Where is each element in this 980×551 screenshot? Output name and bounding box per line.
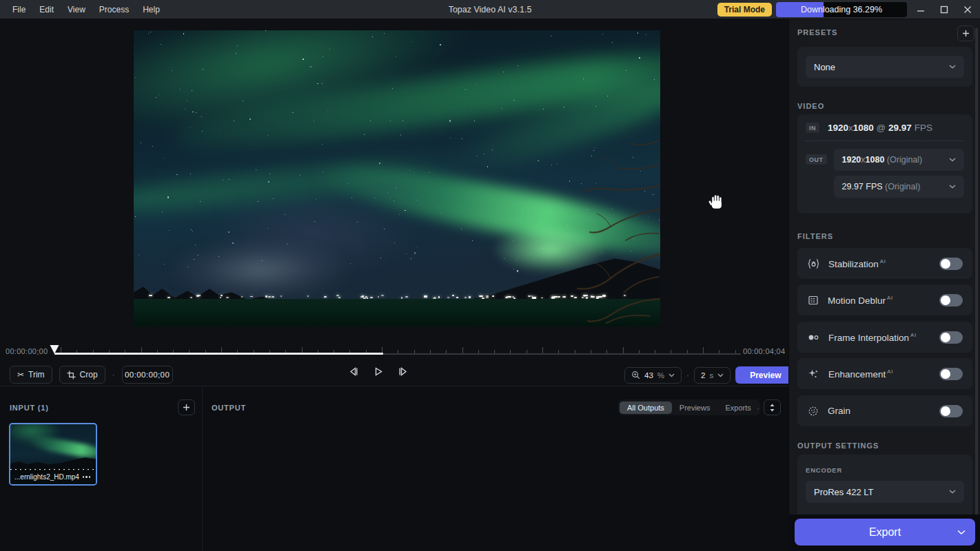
trim-label: Trim: [28, 370, 45, 380]
filter-frame-interpolation: Frame InterpolationAI: [797, 322, 972, 353]
divider: [806, 141, 964, 141]
separator-dot: ·: [686, 371, 689, 380]
encoder-label: ENCODER: [806, 466, 842, 474]
menu-view[interactable]: View: [61, 0, 92, 19]
add-preset-button[interactable]: [957, 25, 974, 41]
video-header: VIDEO: [797, 102, 824, 110]
export-bar: Export: [789, 514, 980, 551]
magnifier-icon: [631, 371, 640, 380]
trial-mode-badge[interactable]: Trial Mode: [717, 3, 772, 17]
input-video-specs: 1920x1080 @ 29.97 FPS: [828, 123, 932, 133]
panel-divider: [202, 386, 203, 551]
enhancement-toggle[interactable]: [939, 368, 963, 380]
maximize-button[interactable]: [935, 1, 954, 18]
output-resolution-dropdown[interactable]: 1920x1080 (Original): [834, 149, 965, 171]
sort-outputs-button[interactable]: [764, 399, 781, 415]
input-panel-header: INPUT (1): [10, 404, 49, 412]
sidebar-scrollbar[interactable]: [975, 28, 978, 517]
timecode-input[interactable]: 00:00:00;00: [122, 366, 173, 384]
stabilization-toggle[interactable]: [939, 258, 963, 270]
minimize-icon: [917, 6, 925, 14]
timeline-progress: [54, 353, 383, 355]
export-button[interactable]: Export: [795, 519, 975, 545]
filters-header: FILTERS: [797, 232, 833, 240]
encoder-value: ProRes 422 LT: [814, 487, 873, 497]
ai-tag: AI: [887, 295, 893, 301]
chevron-down-icon: [717, 373, 724, 377]
previous-frame-button[interactable]: [348, 366, 359, 377]
video-preview[interactable]: [134, 30, 660, 326]
next-frame-button[interactable]: [398, 366, 409, 377]
out-badge: OUT: [806, 154, 827, 165]
preview-workspace: [0, 19, 788, 343]
settings-sidebar: PRESETS None VIDEO IN 1920x1080 @ 29.97 …: [788, 19, 980, 551]
download-progress[interactable]: Downloading 36.29%: [776, 2, 907, 17]
frame-interpolation-toggle[interactable]: [939, 331, 963, 344]
motion-deblur-toggle[interactable]: [939, 294, 963, 306]
play-button[interactable]: [374, 366, 383, 377]
clip-filename: ...ernlights2_HD.mp4: [14, 473, 81, 481]
tree-branches: [529, 99, 660, 326]
timeline-start-time: 00:00:00;00: [6, 347, 48, 355]
output-panel-header: OUTPUT: [212, 404, 246, 412]
timeline-end-time: 00:00:04;04: [743, 347, 785, 355]
step-forward-icon: [398, 366, 409, 377]
preview-length-value: 2: [701, 371, 705, 380]
close-button[interactable]: [958, 1, 977, 18]
minimize-button[interactable]: [911, 1, 930, 18]
input-clip-thumbnail[interactable]: ...ernlights2_HD.mp4: [9, 423, 97, 486]
maximize-icon: [940, 6, 948, 14]
tab-all-outputs[interactable]: All Outputs: [620, 402, 672, 414]
filter-label: StabilizationAI: [828, 258, 886, 269]
stabilization-icon: [807, 258, 820, 270]
plus-icon: [962, 30, 970, 37]
sort-arrows-icon: [769, 404, 775, 412]
playhead[interactable]: [49, 344, 60, 354]
preview-button[interactable]: Preview: [735, 366, 795, 384]
timeline[interactable]: 00:00:00;00 00:00:04;04: [0, 343, 788, 364]
encoder-dropdown[interactable]: ProRes 422 LT: [806, 481, 964, 503]
ai-tag: AI: [910, 332, 917, 338]
enhancement-icon: [807, 368, 820, 380]
ai-tag: AI: [887, 368, 893, 375]
crop-label: Crop: [80, 370, 98, 380]
download-progress-label: Downloading 36.29%: [776, 2, 907, 17]
menu-edit[interactable]: Edit: [32, 0, 61, 19]
scissors-icon: ✂: [17, 370, 24, 380]
chevron-down-icon: [949, 490, 956, 494]
output-settings-header: OUTPUT SETTINGS: [797, 441, 879, 450]
preset-value: None: [814, 62, 835, 72]
tab-exports[interactable]: Exports: [717, 402, 758, 414]
menu-bar: File Edit View Process Help: [0, 0, 167, 19]
more-options-icon[interactable]: [81, 475, 92, 479]
video-card: IN 1920x1080 @ 29.97 FPS OUT 1920x1080 (…: [797, 114, 972, 214]
plus-icon: [183, 404, 190, 411]
preset-dropdown[interactable]: None: [806, 56, 964, 78]
menu-help[interactable]: Help: [136, 0, 167, 19]
filter-label: EnhancementAI: [828, 368, 893, 380]
grain-icon: [807, 405, 819, 417]
trim-button[interactable]: ✂ Trim: [10, 366, 52, 384]
frame-interpolation-icon: [807, 331, 820, 344]
zoom-level-dropdown[interactable]: 43 %: [624, 367, 682, 384]
tab-previews[interactable]: Previews: [672, 402, 718, 414]
preview-length-dropdown[interactable]: 2 s: [694, 367, 731, 384]
crop-button[interactable]: Crop: [59, 366, 105, 384]
output-tabs: All Outputs Previews Exports: [618, 399, 760, 415]
menu-process[interactable]: Process: [92, 0, 136, 19]
motion-deblur-icon: [807, 294, 819, 306]
toolbar: ✂ Trim Crop · 00:00:00;00 43 % · 2 s: [0, 364, 788, 386]
filter-label: Motion DeblurAI: [828, 295, 893, 306]
chevron-down-icon: [949, 158, 956, 162]
titlebar: File Edit View Process Help Topaz Video …: [0, 0, 980, 19]
filter-label: Grain: [828, 406, 850, 416]
chevron-down-icon: [957, 530, 966, 535]
menu-file[interactable]: File: [6, 0, 32, 19]
chevron-down-icon: [949, 185, 956, 189]
preview-length-unit: s: [709, 371, 713, 380]
presets-header: PRESETS: [797, 28, 837, 37]
add-input-button[interactable]: [178, 399, 195, 415]
output-resolution-value: 1920x1080 (Original): [842, 155, 923, 165]
grain-toggle[interactable]: [939, 405, 963, 417]
output-framerate-dropdown[interactable]: 29.97 FPS (Original): [834, 176, 965, 198]
